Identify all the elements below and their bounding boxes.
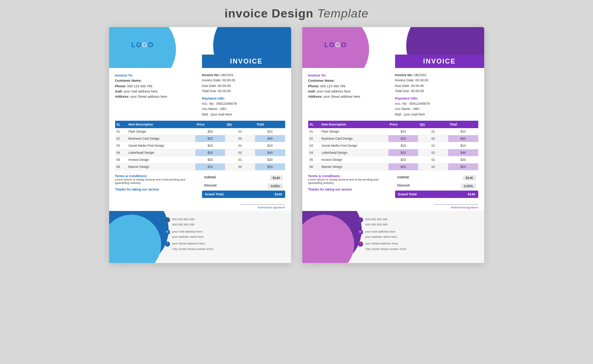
qty-cell: 02 (418, 149, 448, 156)
bill-to-label: Invoice To: (115, 72, 198, 78)
price-cell: $10 (195, 128, 225, 135)
desc-cell: Invoice Design (127, 156, 195, 163)
footer-content-blue: 📞 000 000 000 000 000 000 000 000 ✉ your… (165, 217, 214, 253)
th-total-purple: Total (448, 121, 478, 128)
invoice-table-purple: SL Item Description Price Qty Total 01 F… (308, 121, 478, 170)
sl-cell: 02 (308, 135, 320, 142)
desc-cell: Flyer Design (127, 128, 195, 135)
sl-cell: 03 (115, 142, 127, 149)
invoice-purple: LOGO INVOICE Invoice To: Customer Name: … (302, 27, 484, 263)
payment-info-label: Payment info: (202, 95, 285, 101)
acc-name-row-p: Acc.Name : ABC (395, 106, 478, 111)
acc-no-row-p: Acc. No : 00012345678 (395, 101, 478, 106)
info-section-purple: Invoice To: Customer Name: Phone: 000 12… (308, 72, 478, 117)
th-desc-blue: Item Description (127, 121, 195, 128)
sig-text-blue: Authorized signature (115, 206, 285, 209)
qty-cell: 01 (225, 156, 255, 163)
mail-row-p: mail: your mail address here (308, 89, 391, 94)
address-row: Address: your Street address here (115, 94, 198, 99)
email-icon-blue: ✉ (165, 230, 170, 235)
table-row: 02 Business Card Design $20 02 $40 (115, 135, 285, 142)
card-body-purple: Invoice To: Customer Name: Phone: 000 12… (302, 68, 484, 202)
sl-cell: 04 (115, 149, 127, 156)
desc-cell: Letterhead Design (320, 149, 388, 156)
footer-content-purple: 📞 000 000 000 000 000 000 000 000 ✉ your… (358, 217, 407, 253)
terms-text-blue: Lorem Ipsum is simply dummy text of the … (115, 178, 198, 185)
desc-cell: Social Media Post Design (320, 142, 388, 149)
total-cell: $40 (448, 135, 478, 142)
total-cell: $10 (448, 128, 478, 135)
footer-address-purple: 📍 your Street address here, City Center … (358, 241, 407, 252)
card-header-purple: LOGO INVOICE (302, 27, 484, 68)
invoice-date-row-p: Invoice Date: 00.00.00 (395, 78, 478, 83)
table-row: 04 Letterhead Design $20 02 $40 (115, 149, 285, 156)
bill-to-label-p: Invoice To: (308, 72, 391, 78)
qty-cell: 01 (418, 156, 448, 163)
info-right-purple: Invoice No: ABCD01 Invoice Date: 00.00.0… (395, 72, 478, 117)
sig-line-blue (241, 204, 285, 205)
mail-row2-p: Mail : your mail here (395, 112, 478, 117)
desc-cell: Letterhead Design (127, 149, 195, 156)
discount-row-purple: Discount: 0.00% (395, 182, 478, 190)
phone-row-p: Phone: 000 123 456 789 (308, 84, 391, 89)
table-row: 06 Banner Design $10 02 $20 (308, 163, 478, 170)
info-section-blue: Invoice To: Customer Name: Phone: 000 12… (115, 72, 285, 117)
invoice-no-row-p: Invoice No: ABCD01 (395, 72, 478, 78)
qty-cell: 01 (225, 128, 255, 135)
grand-total-row-purple: Grand Total: $140 (395, 191, 478, 198)
signature-area-blue: Authorized signature (109, 202, 291, 211)
mail-row: mail: your mail address here (115, 89, 198, 94)
th-sl-purple: SL (308, 121, 320, 128)
info-left-blue: Invoice To: Customer Name: Phone: 000 12… (115, 72, 198, 117)
terms-text-purple: Lorem Ipsum is simply dummy text of the … (308, 178, 391, 185)
phone-icon-purple: 📞 (358, 217, 363, 222)
address-row-p: Address: your Street address here (308, 94, 391, 99)
desc-cell: Business Card Design (127, 135, 195, 142)
desc-cell: Flyer Design (320, 128, 388, 135)
desc-cell: Invoice Design (320, 156, 388, 163)
bottom-section-blue: Terms & Conditions: Lorem Ipsum is simpl… (115, 174, 285, 198)
table-row: 03 Social Media Post Design $10 01 $10 (115, 142, 285, 149)
total-cell: $20 (448, 156, 478, 163)
card-footer-blue: 📞 000 000 000 000 000 000 000 000 ✉ your… (109, 211, 291, 263)
signature-area-purple: Authorized signature (302, 202, 484, 211)
sig-text-purple: Authorized signature (308, 206, 478, 209)
location-icon-purple: 📍 (358, 241, 363, 247)
sl-cell: 03 (308, 142, 320, 149)
invoice-banner-blue: INVOICE (202, 55, 291, 68)
grand-total-row-blue: Grand Total: $140 (202, 191, 285, 198)
invoice-date-row: Invoice Date: 00.00.00 (202, 78, 285, 83)
logo-blue: LOGO (131, 41, 154, 49)
total-cell: $20 (448, 163, 478, 170)
terms-col-blue: Terms & Conditions: Lorem Ipsum is simpl… (115, 174, 198, 198)
price-cell: $20 (388, 135, 418, 142)
total-cell: $20 (255, 156, 285, 163)
card-body-blue: Invoice To: Customer Name: Phone: 000 12… (109, 68, 291, 202)
table-row: 06 Banner Design $10 02 $20 (115, 163, 285, 170)
qty-cell: 02 (225, 163, 255, 170)
info-right-blue: Invoice No: ABCD01 Invoice Date: 00.00.0… (202, 72, 285, 117)
th-price-blue: Price (195, 121, 225, 128)
location-icon-blue: 📍 (165, 241, 170, 247)
totals-col-purple: Subtotal: $140 Discount: 0.00% Grand Tot… (395, 174, 478, 198)
qty-cell: 01 (418, 142, 448, 149)
desc-cell: Social Media Post Design (127, 142, 195, 149)
desc-cell: Business Card Design (320, 135, 388, 142)
total-cell: $10 (255, 142, 285, 149)
sl-cell: 01 (115, 128, 127, 135)
desc-cell: Banner Design (320, 163, 388, 170)
price-cell: $10 (388, 163, 418, 170)
desc-cell: Banner Design (127, 163, 195, 170)
table-row: 04 Letterhead Design $20 02 $40 (308, 149, 478, 156)
footer-phone-blue: 📞 000 000 000 000 000 000 000 000 (165, 217, 214, 228)
footer-email-purple: ✉ your mail address here your website na… (358, 229, 407, 240)
table-row: 03 Social Media Post Design $10 01 $10 (308, 142, 478, 149)
email-icon-purple: ✉ (358, 230, 363, 235)
footer-email-blue: ✉ your mail address here your website na… (165, 229, 214, 240)
table-row: 05 Invoice Design $20 01 $20 (308, 156, 478, 163)
price-cell: $20 (388, 149, 418, 156)
phone-icon-blue: 📞 (165, 217, 170, 222)
acc-name-row: Acc.Name : ABC (202, 106, 285, 111)
price-cell: $20 (195, 135, 225, 142)
total-cell: $40 (448, 149, 478, 156)
